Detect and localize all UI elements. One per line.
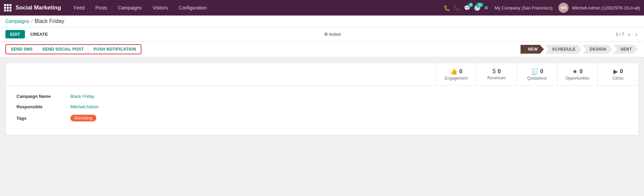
form-body: Campaign Name Black Friday Responsible M…	[6, 86, 638, 135]
clicks-label: Clicks	[613, 76, 623, 81]
responsible-label: Responsible	[17, 104, 70, 109]
nav-feed[interactable]: Feed	[69, 3, 89, 12]
action-menu[interactable]: ⚙ Action	[324, 32, 341, 37]
bug-icon[interactable]: 🐛	[444, 5, 450, 11]
nav-campaigns[interactable]: Campaigns	[113, 3, 147, 12]
responsible-row: Responsible Mitchell Admin	[17, 104, 627, 109]
create-button[interactable]: CREATE	[29, 30, 49, 38]
campaign-name-row: Campaign Name Black Friday	[17, 94, 627, 99]
tags-row: Tags Marketing	[17, 115, 627, 121]
content-area: 👍 0 Engagement $ 0 Revenues 🧾 0 Quotatio…	[0, 57, 644, 141]
stat-engagement[interactable]: 👍 0 Engagement	[436, 63, 477, 85]
record-toolbar: EDIT CREATE ⚙ Action 1 / 7 ‹ ›	[0, 27, 644, 41]
settings-icon[interactable]: ✕	[484, 5, 488, 11]
step-sent[interactable]: SENT	[613, 45, 638, 54]
nav-menu: Feed Posts Campaigns Visitors Configurat…	[69, 3, 444, 12]
status-steps: NEW SCHEDULE DESIGN SENT	[520, 45, 639, 54]
engagement-label: Engagement	[445, 76, 468, 81]
nav-posts[interactable]: Posts	[91, 3, 112, 12]
opportunities-label: Opportunities	[566, 76, 589, 81]
nav-visitors[interactable]: Visitors	[148, 3, 173, 12]
revenues-icon: $	[492, 68, 496, 75]
push-notification-button[interactable]: PUSH NOTIFICATION	[89, 45, 141, 54]
revenues-label: Revenues	[487, 76, 506, 80]
opportunities-value: 0	[580, 68, 583, 75]
activity-icon[interactable]: 🕐 31	[474, 5, 481, 11]
breadcrumb-separator: /	[31, 19, 33, 24]
engagement-value: 0	[459, 68, 462, 75]
step-design[interactable]: DESIGN	[582, 45, 612, 54]
quotations-label: Quotations	[527, 76, 547, 81]
user-avatar[interactable]: MA	[558, 3, 569, 13]
stat-opportunities[interactable]: ★ 0 Opportunities	[557, 63, 598, 85]
breadcrumb: Campaigns / Black Friday	[0, 16, 644, 27]
action-buttons-row: SEND SMS SEND SOCIAL POST PUSH NOTIFICAT…	[0, 41, 644, 57]
step-schedule[interactable]: SCHEDULE	[545, 45, 582, 54]
top-navigation: Social Marketing Feed Posts Campaigns Vi…	[0, 0, 644, 16]
nav-right: 🐛 📞 💬 8 🕐 31 ✕ My Company (San Francisco…	[444, 3, 640, 13]
chat-icon[interactable]: 💬 8	[464, 5, 471, 11]
action-buttons-group: SEND SMS SEND SOCIAL POST PUSH NOTIFICAT…	[5, 44, 141, 54]
breadcrumb-parent[interactable]: Campaigns	[5, 19, 29, 24]
nav-configuration[interactable]: Configuration	[174, 3, 212, 12]
pagination-info: 1 / 7	[616, 32, 624, 37]
company-name: My Company (San Francisco)	[494, 5, 552, 10]
edit-button[interactable]: EDIT	[5, 30, 25, 38]
send-social-post-button[interactable]: SEND SOCIAL POST	[38, 45, 89, 54]
record-card: 👍 0 Engagement $ 0 Revenues 🧾 0 Quotatio…	[5, 63, 639, 135]
send-sms-button[interactable]: SEND SMS	[6, 45, 38, 54]
stat-quotations[interactable]: 🧾 0 Quotations	[517, 63, 557, 85]
activity-badge: 31	[476, 3, 483, 7]
campaign-name-label: Campaign Name	[17, 94, 70, 99]
clicks-value: 0	[620, 68, 623, 75]
app-grid-icon[interactable]	[4, 4, 11, 11]
step-new[interactable]: NEW	[520, 45, 544, 54]
phone-icon[interactable]: 📞	[454, 5, 460, 11]
revenues-value: 0	[498, 68, 501, 75]
quotations-value: 0	[540, 68, 543, 75]
stats-row: 👍 0 Engagement $ 0 Revenues 🧾 0 Quotatio…	[6, 63, 638, 86]
stat-revenues[interactable]: $ 0 Revenues	[477, 63, 517, 85]
quotations-icon: 🧾	[531, 68, 538, 75]
opportunities-icon: ★	[572, 68, 578, 75]
next-button[interactable]: ›	[634, 31, 639, 38]
campaign-name-value[interactable]: Black Friday	[70, 94, 95, 99]
responsible-value[interactable]: Mitchell Admin	[70, 104, 99, 109]
stat-clicks[interactable]: ▶ 0 Clicks	[598, 63, 638, 85]
pagination: 1 / 7 ‹ ›	[616, 31, 639, 38]
app-brand: Social Marketing	[15, 4, 61, 11]
breadcrumb-current: Black Friday	[35, 18, 64, 24]
prev-button[interactable]: ‹	[627, 31, 631, 38]
clicks-icon: ▶	[613, 68, 618, 75]
chat-badge: 8	[468, 3, 474, 7]
tag-marketing[interactable]: Marketing	[70, 115, 96, 121]
engagement-icon: 👍	[450, 68, 457, 75]
tags-label: Tags	[17, 116, 70, 121]
user-name: Mitchell Admin (12002976-15-0-all)	[572, 5, 640, 10]
